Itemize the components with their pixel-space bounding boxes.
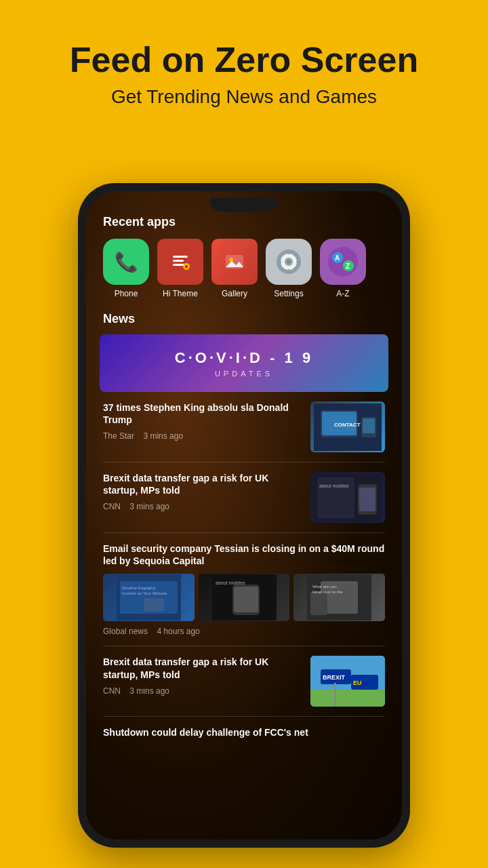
news-time-2: 3 mins ago: [129, 502, 169, 511]
svg-rect-51: [310, 690, 385, 707]
gallery-icon-svg: [222, 250, 247, 274]
phone-content: Recent apps 📞 Phone: [86, 191, 402, 840]
news-item-2[interactable]: Brexit data transfer gap a risk for UK s…: [100, 472, 388, 523]
svg-text:Head over to the: Head over to the: [312, 590, 343, 594]
main-title: Feed on Zero Screen: [27, 41, 461, 79]
news-time-1: 3 mins ago: [143, 431, 183, 441]
svg-point-10: [287, 260, 291, 264]
news-img-3b: about mobiles: [199, 574, 290, 621]
svg-text:BREXIT: BREXIT: [323, 674, 346, 681]
settings-app-label: Settings: [274, 289, 303, 298]
svg-rect-1: [173, 260, 184, 262]
svg-rect-4: [185, 265, 188, 268]
covid-title: C·O·V·I·D - 1 9: [175, 349, 313, 367]
phone-outer: Recent apps 📞 Phone: [78, 183, 410, 848]
svg-text:A: A: [335, 254, 340, 262]
phone-notch: [210, 198, 278, 212]
divider-4: [103, 716, 385, 717]
svg-point-6: [229, 258, 233, 262]
phone-app-icon: 📞: [103, 239, 149, 285]
app-item-theme[interactable]: Hi Theme: [157, 239, 203, 298]
news-source-2: CNN: [103, 502, 121, 511]
phone-app-label: Phone: [115, 289, 138, 298]
svg-rect-56: [334, 683, 336, 707]
news-thumb-2: about mobiles: [310, 472, 385, 523]
svg-rect-34: [359, 488, 375, 511]
news-text-4: Brexit data transfer gap a risk for UK s…: [103, 656, 302, 707]
news-meta-4: CNN 3 mins ago: [103, 686, 302, 696]
news-title-4: Brexit data transfer gap a risk for UK s…: [103, 656, 302, 680]
news-meta-2: CNN 3 mins ago: [103, 502, 302, 511]
svg-rect-13: [277, 260, 281, 263]
svg-rect-0: [173, 256, 188, 258]
news-time-3: 4 hours ago: [157, 627, 199, 636]
settings-app-icon: [266, 239, 312, 285]
theme-icon-inner: [157, 239, 203, 285]
app-item-gallery[interactable]: Gallery: [211, 239, 258, 298]
thumb-brexit-4: BREXIT EU: [310, 656, 385, 707]
app-item-settings[interactable]: Settings: [266, 239, 312, 298]
covid-banner-text: C·O·V·I·D - 1 9 UPDATES: [175, 349, 313, 378]
news-item-5[interactable]: Shutdown could delay challenge of FCC's …: [100, 726, 388, 738]
sub-title: Get Trending News and Games: [27, 86, 461, 108]
header-section: Feed on Zero Screen Get Trending News an…: [0, 0, 488, 128]
settings-icon-svg: [275, 248, 302, 275]
news-source-3: Global news: [103, 627, 148, 636]
theme-icon-svg: [169, 250, 192, 273]
news-text-1: 37 times Stephen King absolu sla Donald …: [103, 401, 302, 452]
gallery-app-label: Gallery: [222, 289, 247, 298]
news-title-5: Shutdown could delay challenge of FCC's …: [103, 726, 385, 738]
divider-2: [103, 532, 385, 533]
svg-rect-11: [287, 250, 290, 254]
svg-rect-14: [296, 260, 301, 263]
news-thumb-1: CONTACT: [310, 401, 385, 452]
theme-app-label: Hi Theme: [163, 289, 198, 298]
news-images-row-3: Develop Engaging Content on Your Website: [103, 574, 385, 621]
phone-screen: Recent apps 📞 Phone: [86, 191, 402, 840]
recent-apps-label: Recent apps: [100, 215, 388, 229]
covid-banner: C·O·V·I·D - 1 9 UPDATES: [100, 334, 388, 392]
svg-rect-29: [363, 418, 375, 433]
phone-mockup: Recent apps 📞 Phone: [78, 183, 410, 848]
svg-text:EU: EU: [353, 679, 362, 686]
img-blue-3a: Develop Engaging Content on Your Website: [103, 574, 195, 621]
gallery-icon-inner: [211, 239, 258, 285]
news-title-1: 37 times Stephen King absolu sla Donald …: [103, 401, 302, 426]
news-img-3a: Develop Engaging Content on Your Website: [103, 574, 195, 621]
svg-text:about mobiles: about mobiles: [216, 580, 245, 585]
news-time-4: 3 mins ago: [129, 686, 169, 696]
app-item-phone[interactable]: 📞 Phone: [103, 239, 149, 298]
az-icon-svg: A Z: [328, 247, 358, 277]
news-item-3[interactable]: Email security company Tessian is closin…: [100, 542, 388, 636]
news-meta-3: Global news 4 hours ago: [103, 627, 385, 636]
app-item-az[interactable]: A Z A-Z: [320, 239, 366, 298]
news-source-4: CNN: [103, 686, 121, 696]
svg-text:about mobiles: about mobiles: [319, 484, 349, 488]
svg-point-19: [328, 247, 358, 277]
news-thumb-4: BREXIT EU: [310, 656, 385, 707]
phone-icon-symbol: 📞: [115, 251, 138, 273]
az-app-icon: A Z: [320, 239, 366, 285]
theme-app-icon: [157, 239, 203, 285]
thumb-mobile-2: about mobiles: [310, 472, 385, 523]
thumb-tech-1: CONTACT: [310, 401, 385, 452]
svg-text:Develop Engaging: Develop Engaging: [122, 586, 155, 590]
divider-3: [103, 646, 385, 646]
news-label: News: [100, 312, 388, 326]
svg-text:Content on Your Website: Content on Your Website: [122, 591, 167, 595]
divider-1: [103, 462, 385, 462]
svg-rect-46: [310, 591, 327, 615]
svg-rect-43: [234, 587, 258, 612]
news-title-3: Email security company Tessian is closin…: [103, 542, 385, 567]
svg-text:Z: Z: [346, 262, 350, 270]
svg-text:CONTACT: CONTACT: [334, 422, 361, 428]
svg-rect-39: [144, 598, 164, 612]
covid-subtitle: UPDATES: [175, 370, 313, 378]
news-text-2: Brexit data transfer gap a risk for UK s…: [103, 472, 302, 523]
news-item-4[interactable]: Brexit data transfer gap a risk for UK s…: [100, 656, 388, 707]
news-title-2: Brexit data transfer gap a risk for UK s…: [103, 472, 302, 496]
news-item-1[interactable]: 37 times Stephen King absolu sla Donald …: [100, 401, 388, 452]
img-hands-3c: What are you Head over to the: [293, 574, 385, 621]
news-img-3c: What are you Head over to the: [293, 574, 385, 621]
svg-text:What are you: What are you: [312, 585, 337, 589]
